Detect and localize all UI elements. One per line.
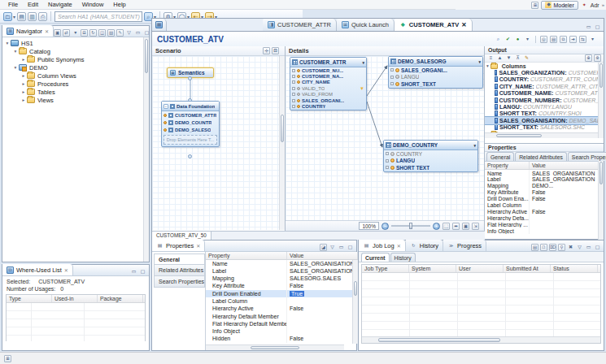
close-icon[interactable]: ✕ [196, 243, 200, 249]
activate-icon[interactable]: ● [514, 36, 521, 43]
filter-funnel-icon[interactable]: ▼ [360, 86, 364, 91]
tree-item[interactable]: ▸ Procedures [2, 80, 149, 88]
pinned-editor-tab[interactable]: ▦ [152, 19, 167, 31]
scenario-canvas[interactable]: ▤ Semantics − Data Foundation [152, 56, 285, 230]
open-perspective-icon[interactable]: ⊞ [531, 2, 538, 9]
property-row[interactable]: Hierarchy Default Member [206, 313, 358, 320]
minimize-icon[interactable]: ▭ [134, 29, 142, 37]
property-row[interactable]: Mapping SALESORG.SALES [206, 275, 358, 283]
output-column-item[interactable]: CITY_NAME: CUSTOMER_ATTR_CITY_NA [485, 83, 604, 89]
find-table-icon[interactable]: ◫ [98, 29, 106, 37]
sort-icon[interactable]: ≡ [487, 54, 495, 62]
properties-nav-item[interactable]: Search Properties [154, 276, 205, 288]
perspective-admin-label[interactable]: Adr [591, 2, 599, 8]
field-row[interactable]: SALES_ORGANI... ▼ [290, 98, 366, 103]
where-used-tab[interactable]: ⧉ Where-Used List ✕ [2, 264, 73, 275]
field-row[interactable]: SHORT_TEXT [389, 80, 482, 88]
properties-bottom-tab[interactable]: ▤ Properties ✕ [152, 240, 205, 251]
node-menu-icon[interactable]: ▾ [478, 59, 481, 64]
filter-funnel-icon[interactable]: ▼ [360, 74, 364, 79]
find-icon[interactable]: ⌕ [495, 36, 502, 43]
column-header[interactable]: Status [551, 265, 598, 272]
close-icon[interactable]: ✕ [397, 243, 401, 249]
edit-icon[interactable]: ✎ [523, 54, 530, 62]
tree-expander-icon[interactable]: ▾ [486, 63, 489, 68]
editor-tab-customer-atv[interactable]: ◈ CUSTOMER_ATV ✕ [395, 19, 473, 31]
zoom-out-icon[interactable]: − [381, 223, 389, 230]
move-up-icon[interactable]: ▲ [496, 54, 504, 62]
properties-tab[interactable]: Related Attributes [515, 152, 567, 161]
filter-funnel-icon[interactable]: ▼ [360, 80, 364, 84]
columns-folder[interactable]: ▾ Columns [485, 63, 604, 69]
delete-log-icon[interactable]: ⌦ [549, 244, 556, 251]
minimize-icon[interactable]: ▭ [130, 268, 137, 275]
clear-log-icon[interactable]: 🗋 [540, 244, 547, 251]
property-row[interactable]: Label Column [485, 202, 604, 208]
tree-expander-icon[interactable]: ▾ [12, 49, 19, 54]
data-preview-icon[interactable]: ➔ [569, 36, 577, 43]
node-menu-icon[interactable]: ▾ [362, 60, 364, 65]
save-icon[interactable]: ▤ [17, 12, 26, 21]
property-row[interactable]: Hierarchy Defa... [485, 214, 604, 221]
job-log-tab[interactable]: ▤ Job Log ✕ [359, 240, 406, 251]
output-column-item[interactable]: SALES_ORGANISATION: DEMO_SALE [485, 117, 604, 124]
column-header[interactable]: Type [7, 295, 52, 302]
data-foundation-table-item[interactable]: DEMO_SALESO [162, 126, 219, 133]
filter-funnel-icon[interactable]: ▼ [360, 68, 364, 73]
display-xml-icon[interactable]: ▤ [550, 36, 557, 43]
property-row[interactable]: Hierarchy Active False [485, 208, 604, 214]
output-column-item[interactable]: CUSTOMER_NAME: CUSTOMER_ATTR_C [485, 90, 604, 97]
node-menu-icon[interactable]: ▾ [473, 143, 476, 148]
column-header[interactable]: User [456, 265, 504, 272]
editor-tab-customer-attr[interactable]: ◨ CUSTOMER_ATTR [263, 19, 337, 31]
progress-view-tab[interactable]: ≫ Progress [443, 240, 486, 251]
property-row[interactable]: Info Object [206, 328, 358, 336]
column-header-property[interactable]: Property [485, 162, 530, 169]
scenario-scrollbar[interactable] [279, 56, 285, 230]
close-icon[interactable]: ✕ [64, 267, 68, 273]
data-foundation-node[interactable]: − Data Foundation CUSTOMER_ATTR [161, 101, 220, 147]
view-menu-icon[interactable]: ▽ [125, 29, 133, 37]
demo-country-node[interactable]: DEMO_COUNTRY ▾ COUNTRY [383, 140, 478, 172]
maximize-icon[interactable]: ▢ [143, 29, 150, 37]
new-wizard-icon[interactable]: 🗀 [3, 12, 12, 21]
output-column-item[interactable]: SHORT TEXT: COUNTRY.SHOI [485, 110, 604, 117]
property-row[interactable]: Mapping DEMO... [485, 183, 604, 189]
properties-bottom-hscrollbar[interactable] [206, 344, 344, 350]
perspective-modeler-button[interactable]: ◆ Modeler [541, 1, 578, 10]
field-row[interactable]: LANGU [389, 74, 482, 81]
configure-icon[interactable]: ✎ [116, 29, 124, 37]
properties-tab[interactable]: Search Properties [568, 152, 606, 161]
field-row[interactable]: SHORT TEXT [384, 164, 477, 171]
history-tab[interactable]: History [390, 253, 416, 262]
properties-nav-item[interactable]: Related Attributes [154, 265, 205, 276]
menu-item[interactable]: Navigate [43, 1, 77, 8]
add-column-icon[interactable]: ⊕ [585, 54, 592, 62]
overview-icon[interactable]: ▣ [462, 223, 469, 230]
field-row[interactable]: CUSTOMER_NU... ▼ [290, 67, 366, 73]
property-row[interactable]: Key Attribute False [206, 283, 358, 290]
copy-icon[interactable]: ⧉ [560, 36, 567, 43]
property-row[interactable]: Label Column [206, 297, 358, 305]
add-calculated-icon[interactable]: ⊛ [594, 54, 601, 62]
filter-funnel-icon[interactable]: ▼ [360, 92, 364, 97]
property-row[interactable]: Drill Down Enabled True [206, 290, 358, 297]
zoom-in-icon[interactable]: + [433, 223, 440, 230]
view-dropdown-icon[interactable]: ▾ [72, 29, 79, 37]
tree-expander-icon[interactable]: ▸ [20, 98, 27, 102]
current-tab[interactable]: Current [361, 253, 390, 262]
properties-bottom-vscrollbar[interactable] [352, 260, 358, 344]
property-row[interactable]: Info Object [485, 228, 604, 234]
switch-dropdown-icon[interactable]: ▾ [589, 36, 596, 43]
details-canvas[interactable]: CUSTOMER_ATTR ▾ CUSTOMER_NU... ▼ [286, 56, 484, 220]
filter-icon[interactable]: ▤ [107, 29, 115, 37]
console-icon[interactable]: ▣ [54, 29, 61, 37]
chevron-overflow-icon[interactable]: » [602, 2, 604, 7]
zoom-slider-thumb[interactable] [409, 223, 412, 229]
field-row[interactable]: CITY_NAME ▼ [290, 80, 366, 85]
fit-width-icon[interactable]: ⬌ [452, 223, 460, 230]
column-header-value[interactable]: Value [287, 252, 358, 259]
column-header[interactable]: System [409, 265, 456, 272]
output-column-item[interactable]: SHORT_TEXT: SALESORG.SHC [485, 124, 604, 131]
output-column-item[interactable]: LANGU: COUNTRY.LANGU [485, 103, 604, 110]
